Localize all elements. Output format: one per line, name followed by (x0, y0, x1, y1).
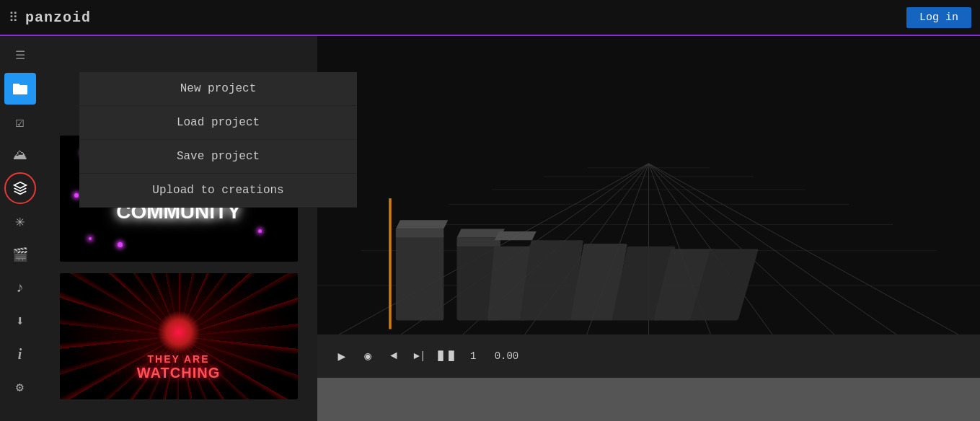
sidebar-icon-checkbox[interactable]: ☑ (4, 106, 36, 138)
svg-marker-29 (396, 220, 449, 229)
thumb-red-text: THEY ARE WATCHING (60, 353, 298, 381)
volume-button[interactable]: ◄ (384, 346, 404, 366)
sidebar-icon-hamburger[interactable]: ☰ (4, 40, 36, 71)
eye-button[interactable]: ◉ (358, 346, 378, 366)
timeline-area[interactable] (317, 378, 980, 421)
thumb-red-line2: WATCHING (60, 365, 298, 381)
playback-bar: ▶ ◉ ◄ ►| ▐▌▐▌ 1 0.00 (317, 334, 980, 378)
sidebar-icon-landscape[interactable]: ⛰ (4, 139, 36, 171)
svg-rect-19 (396, 234, 444, 321)
svg-rect-32 (389, 198, 392, 329)
top-bar: ⠿ panzoid Log in (0, 0, 980, 36)
svg-rect-22 (456, 238, 500, 247)
app-title: panzoid (25, 9, 91, 26)
svg-marker-31 (495, 231, 537, 240)
sidebar-icon-video[interactable]: 🎬 (4, 239, 36, 270)
center-panel: ▶ ◉ ◄ ►| ▐▌▐▌ 1 0.00 (317, 36, 980, 421)
menu-item-save-project[interactable]: Save project (79, 140, 357, 174)
grid-icon: ⠿ (9, 9, 18, 25)
thumbnail-red-intro[interactable]: THEY ARE WATCHING (60, 273, 298, 399)
sidebar-icon-settings[interactable]: ⚙ (4, 371, 36, 403)
sidebar: ☰ ☑ ⛰ ✳ 🎬 ♪ ⬇ i ⚙ (0, 36, 40, 421)
dropdown-menu: New project Load project Save project Up… (79, 72, 357, 208)
login-button[interactable]: Log in (906, 7, 971, 28)
sidebar-icon-download[interactable]: ⬇ (4, 305, 36, 337)
grid-canvas (317, 36, 980, 334)
sidebar-icon-cube[interactable] (4, 172, 36, 204)
sidebar-icon-folder[interactable] (4, 73, 36, 105)
menu-item-load-project[interactable]: Load project (79, 106, 357, 140)
play-button[interactable]: ▶ (332, 346, 352, 366)
preview-area (317, 36, 980, 334)
sidebar-icon-burst[interactable]: ✳ (4, 205, 36, 237)
svg-rect-20 (396, 229, 444, 237)
waveform-button[interactable]: ▐▌▐▌ (436, 346, 456, 366)
step-forward-button[interactable]: ►| (410, 346, 430, 366)
main-area: ☰ ☑ ⛰ ✳ 🎬 ♪ ⬇ i ⚙ New project Load proje… (0, 36, 980, 421)
thumb-red-line1: THEY ARE (60, 353, 298, 365)
frame-counter: 1 0.00 (470, 350, 518, 362)
menu-item-new-project[interactable]: New project (79, 72, 357, 106)
sidebar-icon-music[interactable]: ♪ (4, 272, 36, 303)
sidebar-icon-info[interactable]: i (4, 338, 36, 370)
menu-item-upload-to-creations[interactable]: Upload to creations (79, 174, 357, 208)
